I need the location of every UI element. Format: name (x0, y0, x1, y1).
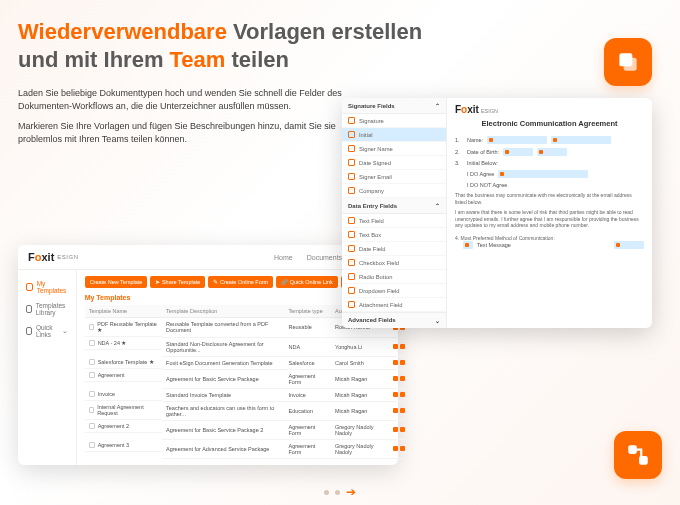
col-name[interactable]: Template Name (85, 305, 162, 318)
sidebar-label: Quick Links (36, 324, 58, 338)
field-icon (348, 301, 355, 308)
checkbox[interactable] (89, 359, 95, 365)
field-item[interactable]: Text Field (342, 214, 446, 228)
action-icon[interactable] (400, 427, 405, 432)
panel-header: Foxit ESIGN Home Documents Templates (18, 245, 398, 270)
create-online-form-button[interactable]: ✎ Create Online Form (208, 276, 273, 288)
checkbox[interactable] (89, 423, 95, 429)
carousel-controls: ➔ (324, 485, 356, 499)
action-icon[interactable] (393, 408, 398, 413)
field-icon (348, 131, 355, 138)
decorative-copy-icon (604, 38, 652, 86)
table-row[interactable]: InvoiceStandard Invoice TemplateInvoiceM… (85, 388, 410, 401)
action-icon[interactable] (393, 446, 398, 451)
field-item[interactable]: Date Field (342, 242, 446, 256)
checkbox[interactable] (89, 324, 95, 330)
field-icon (348, 245, 355, 252)
form-row-notagree: I DO NOT Agree (467, 182, 644, 188)
checkbox[interactable] (89, 372, 95, 378)
checkbox[interactable] (89, 391, 95, 397)
sidebar-item-my-templates[interactable]: My Templates (18, 276, 76, 298)
field-item[interactable]: Radio Button (342, 270, 446, 284)
table-row[interactable]: Internal Agreement RequestTeachers and e… (85, 401, 410, 420)
initial-field[interactable] (614, 241, 644, 249)
col-type[interactable]: Template type (284, 305, 330, 318)
label: Date of Birth: (467, 149, 499, 155)
field-item[interactable]: Signer Email (342, 170, 446, 184)
sidebar: My Templates Templates Library Quick Lin… (18, 270, 77, 465)
action-icon[interactable] (400, 376, 405, 381)
action-icon[interactable] (393, 376, 398, 381)
lead-paragraph-2: Markieren Sie Ihre Vorlagen und fügen Si… (18, 120, 358, 145)
field-item[interactable]: Initial (342, 128, 446, 142)
action-icon[interactable] (400, 360, 405, 365)
row-actions (393, 376, 405, 381)
group-signature-fields[interactable]: Signature Fields⌃ (342, 98, 446, 114)
form-row-initial: 3.Initial Below: (455, 160, 644, 166)
field-item[interactable]: Signature (342, 114, 446, 128)
checkbox[interactable] (89, 407, 95, 413)
field-icon (348, 145, 355, 152)
checkbox[interactable] (89, 340, 95, 346)
field-item[interactable]: Dropdown Field (342, 284, 446, 298)
row-actions (393, 344, 405, 349)
row-actions (393, 360, 405, 365)
action-icon[interactable] (393, 360, 398, 365)
action-icon[interactable] (400, 392, 405, 397)
lead-text: Laden Sie beliebige Dokumenttypen hoch u… (18, 87, 358, 145)
sidebar-item-quick-links[interactable]: Quick Links⌄ (18, 320, 76, 342)
field-icon (348, 259, 355, 266)
action-icon[interactable] (400, 344, 405, 349)
action-icon[interactable] (393, 427, 398, 432)
field-item[interactable]: Attachment Field (342, 298, 446, 312)
action-icon[interactable] (393, 392, 398, 397)
nav-documents[interactable]: Documents (307, 254, 342, 261)
field-icon (348, 173, 355, 180)
quick-online-link-button[interactable]: 🔗 Quick Online Link (276, 276, 338, 288)
row-actions (393, 408, 405, 413)
checkbox[interactable] (89, 442, 95, 448)
table-row[interactable]: Salesforce Template ★Foxit eSign Documen… (85, 356, 410, 369)
carousel-dot[interactable] (324, 490, 329, 495)
initial-field[interactable] (498, 170, 588, 178)
field-item[interactable]: Checkbox Field (342, 256, 446, 270)
doc-body-1: That the business may communicate with m… (455, 192, 644, 205)
carousel-next-icon[interactable]: ➔ (346, 485, 356, 499)
group-advanced-fields[interactable]: Advanced Fields⌄ (342, 312, 446, 328)
action-icon[interactable] (400, 408, 405, 413)
decorative-flow-icon (614, 431, 662, 479)
text-field[interactable] (551, 136, 611, 144)
share-template-button[interactable]: ➤ Share Template (150, 276, 205, 288)
group-data-entry-fields[interactable]: Data Entry Fields⌃ (342, 198, 446, 214)
brand-logo: Foxit (28, 251, 54, 263)
doc-icon (26, 283, 33, 291)
form-row-agree: I DO Agree (467, 170, 644, 178)
label: Text Message (477, 242, 511, 248)
date-field[interactable] (537, 148, 567, 156)
table-row[interactable]: NDA - 24 ★Standard Non-Disclosure Agreem… (85, 337, 410, 356)
headline-accent-1: Wiederverwendbare (18, 19, 227, 44)
col-desc[interactable]: Template Description (162, 305, 284, 318)
create-template-button[interactable]: Create New Template (85, 276, 148, 288)
action-icon[interactable] (400, 446, 405, 451)
doc-brand: FoxitESIGN (455, 104, 644, 115)
table-row[interactable]: Agreement 2Agreement for Basic Service P… (85, 420, 410, 439)
field-item[interactable]: Signer Name (342, 142, 446, 156)
text-field[interactable] (487, 136, 547, 144)
field-icon (348, 159, 355, 166)
date-field[interactable] (503, 148, 533, 156)
field-icon (348, 217, 355, 224)
sidebar-item-templates-library[interactable]: Templates Library (18, 298, 76, 320)
table-row[interactable]: Agreement 3Agreement for Advanced Servic… (85, 439, 410, 458)
nav-home[interactable]: Home (274, 254, 293, 261)
row-actions (393, 427, 405, 432)
carousel-dot[interactable] (335, 490, 340, 495)
radio-field[interactable] (463, 241, 473, 249)
field-item[interactable]: Company (342, 184, 446, 198)
field-item[interactable]: Date Signed (342, 156, 446, 170)
action-icon[interactable] (393, 344, 398, 349)
table-row[interactable]: AgreementAgreement for Basic Service Pac… (85, 369, 410, 388)
field-item[interactable]: Text Box (342, 228, 446, 242)
doc-body-2: I am aware that there is some level of r… (455, 209, 644, 229)
templates-panel: Foxit ESIGN Home Documents Templates My … (18, 245, 398, 465)
